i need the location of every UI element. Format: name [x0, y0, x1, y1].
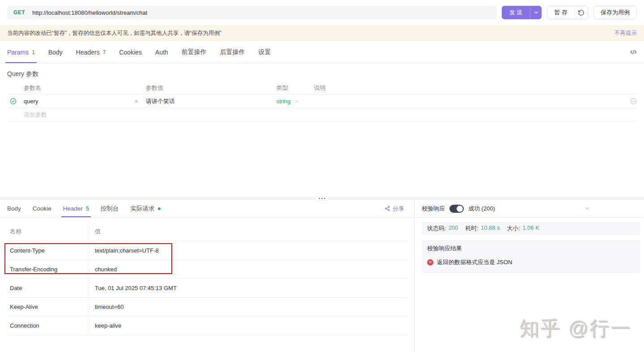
col-param-name: 参数名	[21, 84, 135, 92]
request-toolbar: GET http://localhost:18080/helloworld/st…	[0, 0, 644, 25]
validation-result-box: 校验响应结果 返回的数据格式应当是 JSON	[422, 240, 640, 273]
status-code: 状态码: 200	[427, 224, 458, 232]
minus-circle-icon[interactable]	[630, 98, 637, 105]
validation-result-title: 校验响应结果	[427, 244, 635, 253]
response-area: Body Cookie Header 5 控制台 实际请求	[0, 200, 644, 353]
green-dot-icon	[158, 207, 161, 210]
circle-x-icon	[427, 259, 433, 266]
table-row: Connection keep-alive	[7, 316, 407, 335]
headers-table-header: 名称 值	[7, 222, 407, 241]
col-header-name: 名称	[7, 222, 89, 241]
drag-handle-icon[interactable]	[316, 197, 329, 201]
tab-response-header[interactable]: Header 5	[63, 200, 89, 217]
validation-panel: 校验响应 成功 (200) 状态码: 200 耗时: 10.88 s 大小:	[415, 200, 644, 353]
chevron-down-icon[interactable]	[585, 206, 589, 211]
send-options-button[interactable]	[530, 6, 542, 19]
params-count-badge: 1	[32, 49, 35, 55]
response-tabbar: Body Cookie Header 5 控制台 实际请求	[0, 200, 414, 218]
response-meta-strip: 状态码: 200 耗时: 10.88 s 大小: 1.06 K	[422, 222, 640, 235]
query-section-title: Query 参数	[7, 69, 637, 78]
tab-console[interactable]: 控制台	[101, 200, 119, 217]
table-row: Date Tue, 01 Jul 2025 07:45:13 GMT	[7, 279, 407, 298]
params-header-row: 参数名 参数值 类型 说明	[7, 81, 637, 95]
stash-notice-banner: 当前内容的改动已“暂存”，暂存的信息仅本人可见，如需与其他人共享，请“保存为用例…	[0, 25, 644, 41]
tab-auth[interactable]: Auth	[155, 41, 168, 63]
param-equals-sign: =	[135, 98, 146, 105]
share-link[interactable]: 分享	[385, 205, 404, 213]
empty-area	[0, 122, 644, 197]
code-icon[interactable]	[630, 49, 637, 55]
param-name-input[interactable]: query	[21, 98, 135, 105]
validation-status: 成功 (200)	[468, 205, 495, 213]
col-param-value: 参数值	[146, 84, 276, 92]
headers-count-badge: 7	[103, 49, 106, 55]
undo-icon	[578, 9, 585, 16]
col-param-type: 类型	[276, 84, 314, 92]
method-badge[interactable]: GET	[13, 9, 25, 16]
col-param-desc: 说明	[314, 84, 624, 92]
send-button[interactable]: 发 送	[502, 6, 530, 19]
table-row: Transfer-Encoding chunked	[7, 260, 407, 279]
validation-error-row: 返回的数据格式应当是 JSON	[427, 258, 635, 266]
response-size: 大小: 1.06 K	[507, 224, 539, 232]
undo-changes-button[interactable]	[574, 6, 588, 19]
tab-settings[interactable]: 设置	[258, 41, 271, 63]
table-row: Keep-Alive timeout=60	[7, 298, 407, 316]
tab-actual-request[interactable]: 实际请求	[131, 200, 161, 217]
validation-error-message: 返回的数据格式应当是 JSON	[437, 258, 512, 266]
stash-button-group: 暂 存	[547, 6, 588, 19]
param-row: query = 请讲个笑话 string	[7, 95, 637, 108]
response-left-panel: Body Cookie Header 5 控制台 实际请求	[0, 200, 415, 353]
tab-params[interactable]: Params 1	[7, 41, 35, 63]
api-client-window: GET http://localhost:18080/helloworld/st…	[0, 0, 644, 354]
chevron-down-icon	[295, 99, 299, 103]
elapsed-time: 耗时: 10.88 s	[465, 224, 500, 232]
stash-button[interactable]: 暂 存	[547, 6, 574, 19]
tab-body[interactable]: Body	[48, 41, 63, 63]
check-circle-icon[interactable]	[7, 98, 21, 105]
tab-cookies[interactable]: Cookies	[119, 41, 142, 63]
tab-response-body[interactable]: Body	[7, 200, 21, 217]
banner-dismiss-link[interactable]: 不再提示	[614, 30, 637, 37]
add-param-row[interactable]: 添加参数	[7, 108, 637, 122]
response-header-count-badge: 5	[86, 206, 89, 212]
tab-response-cookie[interactable]: Cookie	[33, 200, 51, 217]
panel-resize-divider[interactable]	[0, 197, 644, 200]
share-nodes-icon	[385, 206, 390, 211]
validate-response-row: 校验响应 成功 (200)	[415, 200, 644, 218]
chevron-down-icon	[534, 10, 538, 15]
url-text[interactable]: http://localhost:18080/helloworld/stream…	[32, 9, 147, 16]
tab-headers[interactable]: Headers 7	[76, 41, 106, 63]
validate-response-toggle[interactable]	[449, 205, 464, 213]
save-as-case-button[interactable]: 保存为用例	[593, 6, 637, 19]
table-row: Content-Type text/plain;charset=UTF-8	[7, 241, 407, 260]
validate-response-label: 校验响应	[422, 205, 445, 213]
response-headers-table: 名称 值 Content-Type text/plain;charset=UTF…	[7, 222, 407, 335]
request-tabbar: Params 1 Body Headers 7 Cookies Auth 前置操…	[0, 41, 644, 63]
query-params-table: 参数名 参数值 类型 说明 query = 请讲个笑话 string	[7, 81, 637, 122]
tab-post-operations[interactable]: 后置操作	[220, 41, 245, 63]
url-input[interactable]: GET http://localhost:18080/helloworld/st…	[7, 6, 496, 19]
param-type-select[interactable]: string	[276, 98, 314, 105]
col-header-value: 值	[89, 222, 407, 241]
tab-pre-operations[interactable]: 前置操作	[182, 41, 207, 63]
add-param-placeholder[interactable]: 添加参数	[21, 111, 135, 119]
send-button-group: 发 送	[502, 6, 542, 19]
param-value-input[interactable]: 请讲个笑话	[146, 97, 276, 105]
banner-message: 当前内容的改动已“暂存”，暂存的信息仅本人可见，如需与其他人共享，请“保存为用例…	[7, 30, 221, 37]
